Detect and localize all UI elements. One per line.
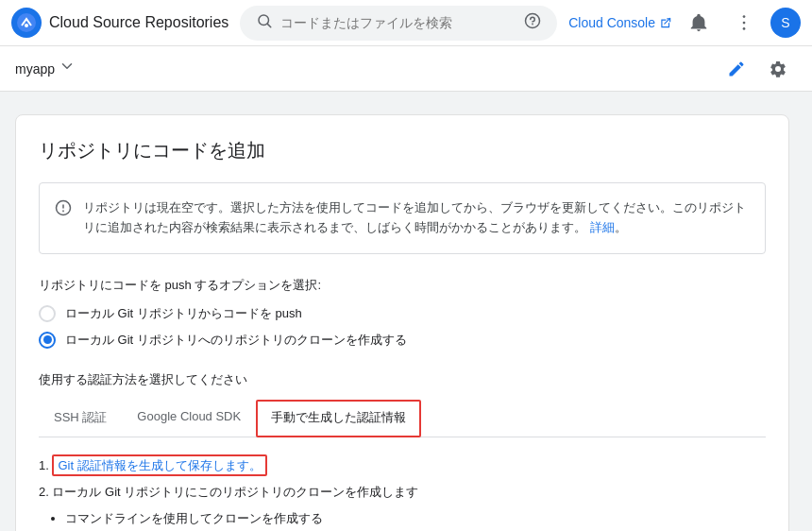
tab-gcloud[interactable]: Google Cloud SDK (122, 400, 256, 437)
settings-button[interactable] (759, 50, 797, 88)
card-title: リポジトリにコードを追加 (39, 138, 766, 163)
svg-point-5 (743, 22, 746, 25)
auth-section-label: 使用する認証方法を選択してください (39, 371, 766, 388)
user-avatar[interactable]: S (770, 8, 801, 38)
step-1-prefix: 1. (39, 458, 52, 472)
cloud-console-label: Cloud Console (568, 15, 655, 30)
tab-manual[interactable]: 手動で生成した認証情報 (256, 400, 421, 437)
svg-point-1 (25, 24, 28, 27)
app-title: Cloud Source Repositories (49, 14, 228, 31)
search-bar[interactable] (240, 6, 557, 41)
radio-clone-label: ローカル Git リポジトリへのリポジトリのクローンを作成する (65, 332, 407, 349)
svg-point-6 (743, 27, 746, 30)
sub-header: myapp (0, 46, 812, 92)
search-help-icon[interactable] (524, 12, 541, 33)
steps-list: 1. Git 認証情報を生成して保存します。 2. ローカル Git リポジトリ… (39, 456, 766, 504)
sub-step-1: コマンドラインを使用してクローンを作成する (65, 510, 766, 527)
header: Cloud Source Repositories Cloud Console … (0, 0, 812, 46)
radio-item-push[interactable]: ローカル Git リポジトリからコードを push (39, 305, 766, 322)
radio-item-clone[interactable]: ローカル Git リポジトリへのリポジトリのクローンを作成する (39, 332, 766, 349)
info-details-link[interactable]: 詳細 (590, 220, 615, 234)
main-content: リポジトリにコードを追加 リポジトリは現在空です。選択した方法を使用してコードを… (0, 92, 812, 531)
chevron-down-icon (59, 58, 76, 79)
info-box: リポジトリは現在空です。選択した方法を使用してコードを追加してから、ブラウザを更… (39, 182, 766, 254)
logo-icon (11, 8, 42, 38)
app-logo[interactable]: Cloud Source Repositories (11, 8, 228, 38)
sub-steps-list: コマンドラインを使用してクローンを作成する (39, 510, 766, 527)
push-section-label: リポジトリにコードを push するオプションを選択: (39, 277, 766, 294)
search-icon (256, 12, 273, 34)
radio-group: ローカル Git リポジトリからコードを push ローカル Git リポジトリ… (39, 305, 766, 349)
edit-button[interactable] (718, 50, 755, 88)
repo-name: myapp (15, 61, 55, 77)
step-2: 2. ローカル Git リポジトリにこのリポジトリのクローンを作成します (39, 483, 766, 503)
radio-push-circle (39, 305, 56, 322)
step-1: 1. Git 認証情報を生成して保存します。 (39, 456, 766, 476)
svg-point-0 (17, 13, 36, 32)
repo-selector[interactable]: myapp (15, 58, 76, 79)
tab-ssh[interactable]: SSH 認証 (39, 400, 122, 437)
info-box-text: リポジトリは現在空です。選択した方法を使用してコードを追加してから、ブラウザを更… (83, 200, 746, 234)
info-text: リポジトリは現在空です。選択した方法を使用してコードを追加してから、ブラウザを更… (83, 198, 750, 238)
auth-tabs: SSH 認証 Google Cloud SDK 手動で生成した認証情報 (39, 400, 766, 437)
radio-push-label: ローカル Git リポジトリからコードを push (65, 305, 302, 322)
info-icon (55, 199, 72, 238)
main-card: リポジトリにコードを追加 リポジトリは現在空です。選択した方法を使用してコードを… (15, 114, 789, 531)
notifications-button[interactable] (680, 4, 718, 42)
svg-point-4 (743, 15, 746, 18)
more-options-button[interactable] (725, 4, 763, 42)
step-1-link[interactable]: Git 認証情報を生成して保存します。 (52, 454, 266, 476)
radio-clone-circle (39, 332, 56, 349)
sub-header-actions (718, 50, 797, 88)
cloud-console-link[interactable]: Cloud Console (568, 15, 672, 30)
header-right: Cloud Console S (568, 4, 801, 42)
search-input[interactable] (280, 15, 516, 30)
